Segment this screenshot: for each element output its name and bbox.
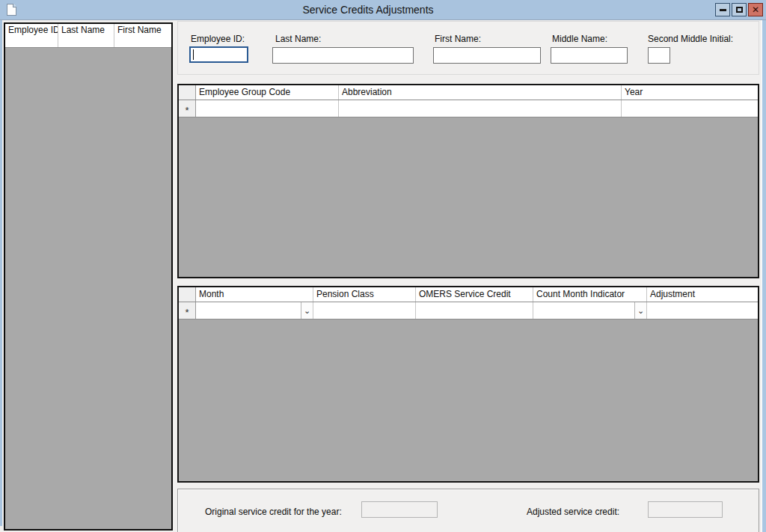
text-caret <box>193 49 194 60</box>
column-header-omers-service-credit[interactable]: OMERS Service Credit <box>416 287 533 302</box>
count-month-dropdown-button[interactable]: ⌄ <box>634 302 646 319</box>
middle-name-input[interactable] <box>551 47 628 64</box>
second-middle-initial-input[interactable] <box>648 47 670 64</box>
first-name-label: First Name: <box>435 34 481 44</box>
abbreviation-cell[interactable] <box>339 100 622 117</box>
last-name-label: Last Name: <box>275 34 321 44</box>
window-title: Service Credits Adjustments <box>0 4 736 16</box>
service-grid-new-row: * ⌄ ⌄ <box>179 302 758 319</box>
new-row-indicator[interactable]: * <box>179 100 196 117</box>
month-combobox-value <box>196 302 301 319</box>
original-service-credit-label: Original service credit for the year: <box>205 507 342 517</box>
column-header-abbreviation[interactable]: Abbreviation <box>339 85 622 100</box>
service-credit-grid: Month Pension Class OMERS Service Credit… <box>177 286 759 483</box>
column-header-employee-group-code[interactable]: Employee Group Code <box>196 85 339 100</box>
count-month-indicator-combobox-value <box>533 302 634 319</box>
service-grid-header: Month Pension Class OMERS Service Credit… <box>179 287 758 302</box>
month-cell: ⌄ <box>196 302 313 319</box>
last-name-input[interactable] <box>272 47 414 64</box>
close-button[interactable]: ✕ <box>748 3 763 16</box>
pension-class-cell[interactable] <box>313 302 416 319</box>
group-grid-header: Employee Group Code Abbreviation Year <box>179 85 758 100</box>
window-border-right <box>762 20 766 532</box>
window-border-left <box>0 20 2 526</box>
titlebar: Service Credits Adjustments ✕ <box>0 0 766 20</box>
new-row-star: * <box>185 103 189 115</box>
employee-group-grid: Employee Group Code Abbreviation Year * <box>177 84 759 278</box>
adjusted-service-credit-field <box>648 501 723 518</box>
service-credits-adjustments-window: Service Credits Adjustments ✕ Employee I… <box>0 0 766 532</box>
chevron-down-icon: ⌄ <box>304 306 310 316</box>
maximize-icon <box>736 7 743 13</box>
chevron-down-icon: ⌄ <box>637 306 644 316</box>
employee-list-header: Employee ID Last Name First Name <box>5 24 171 48</box>
adjustment-cell[interactable] <box>647 302 758 319</box>
minimize-button[interactable] <box>715 3 730 16</box>
year-cell[interactable] <box>622 100 758 117</box>
column-header-year[interactable]: Year <box>622 85 758 100</box>
minimize-icon <box>720 9 726 11</box>
omers-service-credit-cell[interactable] <box>416 302 533 319</box>
column-header-last-name[interactable]: Last Name <box>58 24 114 47</box>
group-grid-new-row: * <box>179 100 758 117</box>
group-grid-corner-cell <box>179 85 196 100</box>
month-dropdown-button[interactable]: ⌄ <box>301 302 313 319</box>
count-month-indicator-combobox[interactable]: ⌄ <box>533 302 646 319</box>
column-header-adjustment[interactable]: Adjustment <box>647 287 758 302</box>
maximize-button[interactable] <box>732 3 747 16</box>
first-name-input[interactable] <box>433 47 541 64</box>
adjusted-service-credit-label: Adjusted service credit: <box>527 507 619 517</box>
window-controls: ✕ <box>715 3 763 16</box>
group-code-cell[interactable] <box>196 100 339 117</box>
column-header-pension-class[interactable]: Pension Class <box>313 287 416 302</box>
column-header-first-name[interactable]: First Name <box>114 24 171 47</box>
close-icon: ✕ <box>752 4 759 15</box>
new-row-indicator[interactable]: * <box>179 302 196 319</box>
employee-list-grid: Employee ID Last Name First Name <box>4 22 173 531</box>
summary-panel: Original service credit for the year: Ad… <box>177 489 759 532</box>
column-header-month[interactable]: Month <box>196 287 313 302</box>
employee-id-label: Employee ID: <box>191 34 245 44</box>
service-grid-corner-cell <box>179 287 196 302</box>
month-combobox[interactable]: ⌄ <box>196 302 313 319</box>
count-month-indicator-cell: ⌄ <box>533 302 647 319</box>
employee-id-input[interactable] <box>189 46 248 63</box>
new-row-star: * <box>185 305 189 317</box>
column-header-count-month-indicator[interactable]: Count Month Indicator <box>533 287 647 302</box>
middle-name-label: Middle Name: <box>552 34 607 44</box>
original-service-credit-field <box>361 501 438 518</box>
employee-form-panel: Employee ID: Last Name: First Name: Midd… <box>177 21 759 75</box>
column-header-employee-id[interactable]: Employee ID <box>5 24 58 47</box>
second-middle-initial-label: Second Middle Initial: <box>648 34 733 44</box>
